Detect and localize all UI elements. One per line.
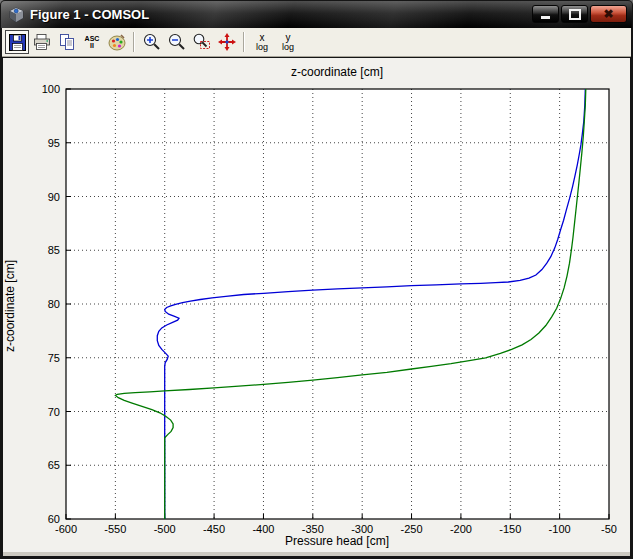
figure-canvas[interactable]: z-coordinate [cm] Pressure head [cm] z-c… <box>3 58 630 552</box>
x-tick-label: -350 <box>302 523 324 535</box>
zoom-window-button[interactable] <box>190 30 214 54</box>
comsol-app-icon <box>8 6 25 23</box>
magnifier-minus-icon <box>167 32 187 52</box>
magnifier-rect-icon <box>192 32 212 52</box>
x-tick-label: -500 <box>154 523 176 535</box>
pan-button[interactable] <box>215 30 239 54</box>
y-tick-label: 65 <box>48 459 60 471</box>
x-tick-label: -300 <box>351 523 373 535</box>
y-tick-label: 70 <box>48 406 60 418</box>
y-tick-label: 60 <box>48 513 60 525</box>
close-icon: ✖ <box>603 8 613 20</box>
y-log-toggle[interactable]: y log <box>275 30 301 54</box>
edit-colors-button[interactable] <box>105 30 129 54</box>
y-tick-label: 100 <box>42 83 60 95</box>
toolbar-separator <box>133 32 135 52</box>
copy-button[interactable] <box>55 30 79 54</box>
maximize-button[interactable] <box>561 5 588 23</box>
y-tick-label: 95 <box>48 137 60 149</box>
minimize-icon <box>541 16 550 19</box>
window-title: Figure 1 - COMSOL <box>30 7 149 22</box>
plot-title: z-coordinate [cm] <box>291 65 383 79</box>
minimize-button[interactable] <box>532 5 559 23</box>
x-tick-label: -450 <box>203 523 225 535</box>
x-tick-label: -50 <box>601 523 617 535</box>
window-frame-bottom <box>3 552 630 556</box>
save-button[interactable] <box>5 30 29 54</box>
y-axis-label: z-coordinate [cm] <box>3 260 17 352</box>
y-tick-label: 85 <box>48 244 60 256</box>
title-bar[interactable]: Figure 1 - COMSOL ✖ <box>1 1 632 28</box>
y-tick-label: 90 <box>48 191 60 203</box>
print-button[interactable] <box>30 30 54 54</box>
ascii-text-icon: ASC II <box>85 35 100 49</box>
figure-window: Figure 1 - COMSOL ✖ <box>0 0 633 559</box>
x-tick-label: -100 <box>549 523 571 535</box>
palette-icon <box>107 32 127 52</box>
x-tick-label: -150 <box>499 523 521 535</box>
x-tick-label: -200 <box>450 523 472 535</box>
figure-toolbar: ASC II <box>2 28 631 57</box>
zoom-out-button[interactable] <box>165 30 189 54</box>
x-tick-label: -550 <box>104 523 126 535</box>
magnifier-plus-icon <box>142 32 162 52</box>
close-button[interactable]: ✖ <box>590 5 627 23</box>
x-log-label: x <box>260 33 265 43</box>
maximize-icon <box>569 9 581 20</box>
copy-icon <box>57 32 77 52</box>
plot-area[interactable] <box>66 89 609 519</box>
y-log-label: y <box>286 33 291 43</box>
y-tick-label: 75 <box>48 352 60 364</box>
x-log-toggle[interactable]: x log <box>249 30 275 54</box>
x-tick-label: -400 <box>252 523 274 535</box>
x-axis-label: Pressure head [cm] <box>285 534 389 548</box>
plot[interactable]: z-coordinate [cm] Pressure head [cm] z-c… <box>3 58 630 552</box>
pan-arrows-icon <box>217 32 237 52</box>
export-ascii-button[interactable]: ASC II <box>80 30 104 54</box>
toolbar-separator <box>243 32 245 52</box>
printer-icon <box>32 32 52 52</box>
zoom-in-button[interactable] <box>140 30 164 54</box>
x-tick-label: -250 <box>401 523 423 535</box>
y-tick-label: 80 <box>48 298 60 310</box>
floppy-disk-icon <box>8 33 27 52</box>
